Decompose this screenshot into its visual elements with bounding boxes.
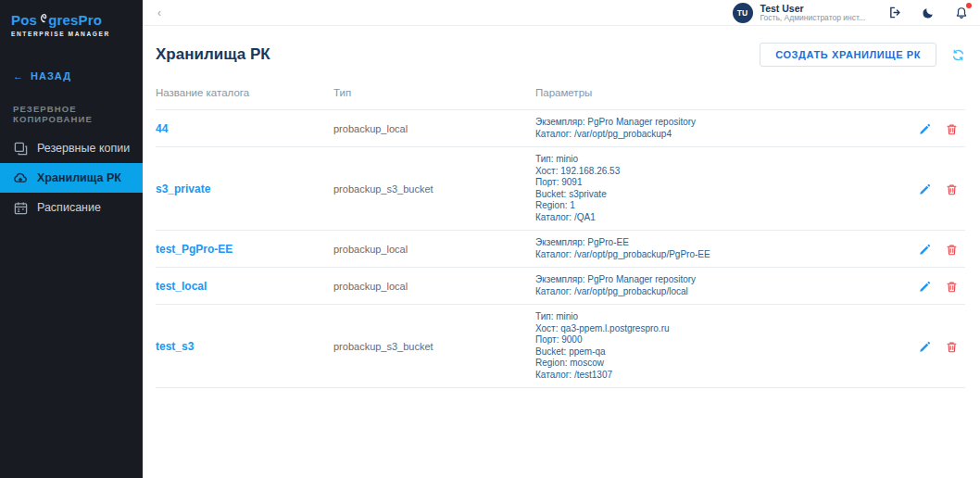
edit-pencil-icon[interactable] [919, 340, 931, 352]
param-line: Каталог: /var/opt/pg_probackup/local [535, 286, 906, 298]
param-line: Порт: 9000 [535, 334, 906, 346]
topbar-icons [887, 6, 969, 20]
back-link[interactable]: ← НАЗАД [0, 70, 143, 82]
back-link-label: НАЗАД [31, 70, 71, 82]
notification-dot [966, 3, 972, 8]
sidebar-item-label: Резервные копии [37, 142, 130, 155]
storage-name-link[interactable]: test_local [156, 280, 333, 293]
storage-type: probackup_local [333, 123, 535, 134]
sidebar-item-storages[interactable]: Хранилища РК [0, 163, 143, 193]
cloud-upload-icon [13, 170, 28, 185]
param-line: Region: moscow [535, 358, 906, 370]
logo-text-pre: Pos [11, 12, 37, 28]
refresh-icon[interactable] [951, 48, 965, 62]
param-line: Region: 1 [535, 200, 906, 212]
param-line: Хост: 192.168.26.53 [535, 166, 906, 178]
sidebar-item-label: Хранилища РК [37, 171, 121, 184]
user-info[interactable]: Test User Гость, Администратор инст... [760, 3, 865, 23]
brand-logo: PosgresPro ENTERPRISE MANAGER [0, 0, 143, 37]
sidebar: PosgresPro ENTERPRISE MANAGER ← НАЗАД РЕ… [0, 0, 143, 478]
param-line: Каталог: /QA1 [535, 212, 906, 224]
brand-subtitle: ENTERPRISE MANAGER [11, 31, 132, 37]
param-line: Bucket: s3private [535, 189, 906, 201]
user-name: Test User [760, 3, 865, 14]
sidebar-item-backup-copies[interactable]: Резервные копии [0, 133, 143, 163]
param-line: Тип: minio [535, 154, 906, 166]
param-line: Порт: 9091 [535, 177, 906, 189]
logout-icon[interactable] [887, 6, 902, 20]
row-actions [906, 340, 965, 352]
edit-pencil-icon[interactable] [919, 122, 931, 134]
param-line: Экземпляр: PgPro Manager repository [535, 274, 906, 286]
delete-trash-icon[interactable] [946, 243, 958, 255]
brand-logo-text: PosgresPro [11, 9, 132, 28]
storage-type: probackup_s3_bucket [333, 183, 535, 195]
sidebar-nav: Резервные копии Хранилища РК Расписание [0, 133, 143, 222]
page-content: Хранилища РК СОЗДАТЬ ХРАНИЛИЩЕ РК Назван… [143, 26, 980, 388]
sidebar-section-label: РЕЗЕРВНОЕ КОПИРОВАНИЕ [0, 104, 143, 124]
param-line: Bucket: ppem-qa [535, 346, 906, 358]
table-body: 44 probackup_local Экземпляр: PgPro Mana… [156, 110, 965, 388]
topbar: ‹ TU Test User Гость, Администратор инст… [143, 0, 980, 26]
row-actions [906, 122, 965, 134]
logo-text-post: gresPro [48, 12, 102, 28]
back-arrow-icon: ← [13, 70, 24, 82]
storage-params: Экземпляр: PgPro-EEКаталог: /var/opt/pg_… [535, 237, 906, 260]
table-header-row: Название каталога Тип Параметры [156, 82, 965, 110]
user-role: Гость, Администратор инст... [760, 14, 865, 23]
param-line: Каталог: /var/opt/pg_probackup/PgPro-EE [535, 249, 906, 261]
delete-trash-icon[interactable] [946, 280, 958, 292]
row-actions [906, 182, 965, 195]
storage-type: probackup_s3_bucket [333, 341, 535, 352]
user-avatar[interactable]: TU [733, 3, 753, 23]
table-row: test_s3 probackup_s3_bucket Тип: minioХо… [156, 305, 965, 388]
storage-name-link[interactable]: test_s3 [156, 340, 333, 353]
param-line: Каталог: /var/opt/pg_probackup4 [535, 129, 906, 141]
storage-name-link[interactable]: test_PgPro-EE [156, 243, 333, 256]
col-header-type: Тип [333, 87, 535, 98]
param-line: Каталог: /test1307 [535, 370, 906, 382]
storage-type: probackup_local [333, 244, 535, 255]
storage-params: Тип: minioХост: qa3-ppem.l.postgrespro.r… [535, 311, 906, 381]
sidebar-collapse-chevron[interactable]: ‹ [154, 6, 165, 20]
storage-params: Тип: minioХост: 192.168.26.53Порт: 9091B… [535, 154, 906, 223]
delete-trash-icon[interactable] [946, 182, 958, 195]
storage-name-link[interactable]: s3_private [156, 182, 333, 195]
page-title: Хранилища РК [156, 45, 270, 64]
param-line: Тип: minio [535, 311, 906, 323]
delete-trash-icon[interactable] [946, 122, 958, 134]
dark-mode-moon-icon[interactable] [921, 6, 936, 20]
param-line: Экземпляр: PgPro Manager repository [535, 117, 906, 129]
col-header-name: Название каталога [156, 87, 333, 98]
edit-pencil-icon[interactable] [919, 280, 931, 292]
backup-copies-icon [13, 141, 28, 156]
storage-params: Экземпляр: PgPro Manager repositoryКатал… [535, 117, 906, 140]
storage-name-link[interactable]: 44 [156, 122, 333, 135]
storage-type: probackup_local [333, 281, 535, 292]
create-storage-button[interactable]: СОЗДАТЬ ХРАНИЛИЩЕ РК [760, 43, 936, 67]
edit-pencil-icon[interactable] [919, 182, 931, 195]
page-header-actions: СОЗДАТЬ ХРАНИЛИЩЕ РК [760, 43, 965, 67]
col-header-params: Параметры [535, 87, 906, 98]
storages-table: Название каталога Тип Параметры 44 proba… [156, 82, 965, 388]
table-row: 44 probackup_local Экземпляр: PgPro Mana… [156, 110, 965, 147]
param-line: Экземпляр: PgPro-EE [535, 237, 906, 249]
main-area: ‹ TU Test User Гость, Администратор инст… [143, 0, 980, 478]
elephant-logo-icon [37, 9, 48, 28]
table-row: test_local probackup_local Экземпляр: Pg… [156, 268, 965, 305]
calendar-icon [13, 200, 28, 215]
page-header: Хранилища РК СОЗДАТЬ ХРАНИЛИЩЕ РК [156, 43, 965, 67]
row-actions [906, 243, 965, 255]
sidebar-item-schedule[interactable]: Расписание [0, 193, 143, 222]
edit-pencil-icon[interactable] [919, 243, 931, 255]
row-actions [906, 280, 965, 292]
notifications-bell-icon[interactable] [954, 6, 969, 20]
delete-trash-icon[interactable] [946, 340, 958, 352]
table-row: test_PgPro-EE probackup_local Экземпляр:… [156, 231, 965, 268]
param-line: Хост: qa3-ppem.l.postgrespro.ru [535, 323, 906, 335]
table-row: s3_private probackup_s3_bucket Тип: mini… [156, 147, 965, 231]
storage-params: Экземпляр: PgPro Manager repositoryКатал… [535, 274, 906, 297]
sidebar-item-label: Расписание [37, 201, 101, 214]
